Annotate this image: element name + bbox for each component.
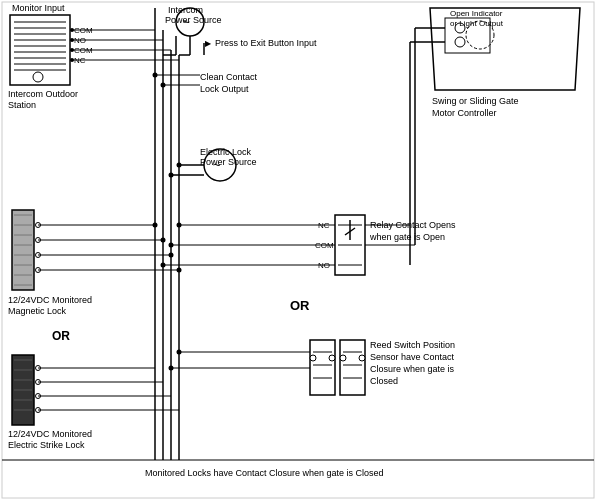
svg-point-137 — [455, 37, 465, 47]
svg-rect-115 — [310, 340, 335, 395]
svg-point-126 — [359, 355, 365, 361]
svg-point-110 — [169, 243, 174, 248]
svg-text:OR: OR — [290, 298, 310, 313]
svg-point-45 — [153, 73, 158, 78]
svg-text:Monitored Locks have Contact C: Monitored Locks have Contact Closure whe… — [145, 468, 384, 478]
svg-point-130 — [169, 366, 174, 371]
svg-text:Monitor Input: Monitor Input — [12, 3, 65, 13]
svg-point-111 — [161, 263, 166, 268]
svg-text:Open Indicator: Open Indicator — [450, 9, 503, 18]
svg-text:Intercom: Intercom — [168, 5, 203, 15]
svg-text:Swing or Sliding Gate: Swing or Sliding Gate — [432, 96, 519, 106]
svg-rect-56 — [12, 210, 34, 290]
svg-text:Closed: Closed — [370, 376, 398, 386]
svg-text:Power Source: Power Source — [165, 15, 222, 25]
svg-text:Press to Exit Button Input: Press to Exit Button Input — [215, 38, 317, 48]
svg-point-73 — [153, 223, 158, 228]
svg-point-129 — [177, 350, 182, 355]
svg-text:when gate is Open: when gate is Open — [369, 232, 445, 242]
svg-text:Sensor have Contact: Sensor have Contact — [370, 352, 455, 362]
svg-point-75 — [169, 253, 174, 258]
svg-text:▶: ▶ — [205, 39, 212, 48]
svg-point-47 — [161, 83, 166, 88]
svg-text:Motor Controller: Motor Controller — [432, 108, 497, 118]
svg-point-109 — [177, 223, 182, 228]
svg-point-11 — [33, 72, 43, 82]
svg-point-124 — [329, 355, 335, 361]
svg-point-53 — [177, 163, 182, 168]
svg-text:12/24VDC Monitored: 12/24VDC Monitored — [8, 429, 92, 439]
svg-text:Station: Station — [8, 100, 36, 110]
svg-text:or Light Output: or Light Output — [450, 19, 504, 28]
svg-point-125 — [340, 355, 346, 361]
svg-point-55 — [169, 173, 174, 178]
wiring-diagram: Monitor Input COM NO COM NC Intercom Out… — [0, 0, 596, 500]
svg-text:Electric Lock: Electric Lock — [200, 147, 252, 157]
svg-text:Lock Output: Lock Output — [200, 84, 249, 94]
svg-point-123 — [310, 355, 316, 361]
svg-rect-116 — [340, 340, 365, 395]
svg-text:Intercom Outdoor: Intercom Outdoor — [8, 89, 78, 99]
svg-point-74 — [161, 238, 166, 243]
svg-text:Clean Contact: Clean Contact — [200, 72, 258, 82]
svg-text:12/24VDC Monitored: 12/24VDC Monitored — [8, 295, 92, 305]
svg-text:OR: OR — [52, 329, 70, 343]
svg-point-76 — [177, 268, 182, 273]
svg-text:Reed Switch Position: Reed Switch Position — [370, 340, 455, 350]
svg-text:Closure when gate is: Closure when gate is — [370, 364, 455, 374]
svg-text:Magnetic Lock: Magnetic Lock — [8, 306, 67, 316]
svg-text:Power Source: Power Source — [200, 157, 257, 167]
svg-text:Electric Strike Lock: Electric Strike Lock — [8, 440, 85, 450]
